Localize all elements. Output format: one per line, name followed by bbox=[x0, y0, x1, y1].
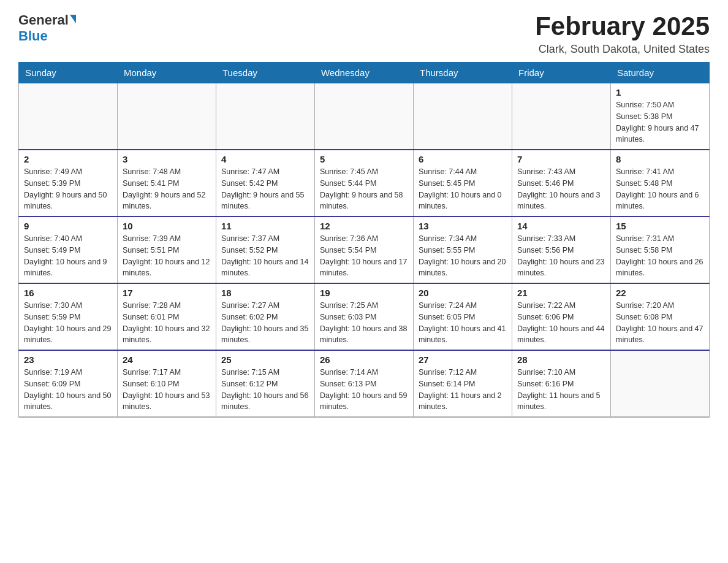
calendar-day-cell: 28Sunrise: 7:10 AMSunset: 6:16 PMDayligh… bbox=[512, 350, 611, 417]
day-number: 16 bbox=[24, 288, 112, 298]
calendar-day-cell: 14Sunrise: 7:33 AMSunset: 5:56 PMDayligh… bbox=[512, 216, 611, 283]
calendar-day-cell: 26Sunrise: 7:14 AMSunset: 6:13 PMDayligh… bbox=[315, 350, 414, 417]
calendar-day-cell: 3Sunrise: 7:48 AMSunset: 5:41 PMDaylight… bbox=[118, 150, 216, 216]
calendar-day-cell: 13Sunrise: 7:34 AMSunset: 5:55 PMDayligh… bbox=[414, 216, 512, 283]
calendar-header-monday: Monday bbox=[118, 63, 216, 83]
calendar-week-row: 1Sunrise: 7:50 AMSunset: 5:38 PMDaylight… bbox=[19, 83, 710, 150]
day-number: 4 bbox=[221, 154, 309, 164]
day-number: 20 bbox=[419, 288, 507, 298]
logo-blue-text: Blue bbox=[18, 28, 48, 44]
day-number: 10 bbox=[123, 221, 211, 231]
day-number: 11 bbox=[221, 221, 309, 231]
day-info: Sunrise: 7:45 AMSunset: 5:44 PMDaylight:… bbox=[320, 166, 408, 212]
calendar-day-cell bbox=[216, 83, 315, 150]
day-info: Sunrise: 7:43 AMSunset: 5:46 PMDaylight:… bbox=[517, 166, 605, 212]
day-info: Sunrise: 7:47 AMSunset: 5:42 PMDaylight:… bbox=[221, 166, 309, 212]
day-number: 26 bbox=[320, 354, 408, 365]
calendar-table: SundayMondayTuesdayWednesdayThursdayFrid… bbox=[18, 62, 710, 418]
calendar-day-cell bbox=[315, 83, 414, 150]
day-number: 25 bbox=[221, 354, 309, 365]
calendar-day-cell: 4Sunrise: 7:47 AMSunset: 5:42 PMDaylight… bbox=[216, 150, 315, 216]
day-number: 1 bbox=[616, 87, 704, 98]
calendar-week-row: 16Sunrise: 7:30 AMSunset: 5:59 PMDayligh… bbox=[19, 283, 710, 350]
day-info: Sunrise: 7:27 AMSunset: 6:02 PMDaylight:… bbox=[221, 300, 309, 346]
day-info: Sunrise: 7:28 AMSunset: 6:01 PMDaylight:… bbox=[123, 300, 211, 346]
title-block: February 2025 Clark, South Dakota, Unite… bbox=[535, 12, 710, 56]
day-info: Sunrise: 7:31 AMSunset: 5:58 PMDaylight:… bbox=[616, 233, 704, 279]
location-text: Clark, South Dakota, United States bbox=[535, 43, 710, 56]
calendar-day-cell: 19Sunrise: 7:25 AMSunset: 6:03 PMDayligh… bbox=[315, 283, 414, 350]
calendar-week-row: 23Sunrise: 7:19 AMSunset: 6:09 PMDayligh… bbox=[19, 350, 710, 417]
day-info: Sunrise: 7:30 AMSunset: 5:59 PMDaylight:… bbox=[24, 300, 112, 346]
logo-triangle-icon bbox=[70, 15, 76, 23]
calendar-week-row: 2Sunrise: 7:49 AMSunset: 5:39 PMDaylight… bbox=[19, 150, 710, 216]
day-info: Sunrise: 7:34 AMSunset: 5:55 PMDaylight:… bbox=[419, 233, 507, 279]
day-info: Sunrise: 7:40 AMSunset: 5:49 PMDaylight:… bbox=[24, 233, 112, 279]
day-info: Sunrise: 7:39 AMSunset: 5:51 PMDaylight:… bbox=[123, 233, 211, 279]
day-info: Sunrise: 7:14 AMSunset: 6:13 PMDaylight:… bbox=[320, 367, 408, 413]
calendar-week-row: 9Sunrise: 7:40 AMSunset: 5:49 PMDaylight… bbox=[19, 216, 710, 283]
day-number: 27 bbox=[419, 354, 507, 365]
day-number: 14 bbox=[517, 221, 605, 231]
calendar-day-cell: 25Sunrise: 7:15 AMSunset: 6:12 PMDayligh… bbox=[216, 350, 315, 417]
day-number: 28 bbox=[517, 354, 605, 365]
day-number: 21 bbox=[517, 288, 605, 298]
day-info: Sunrise: 7:12 AMSunset: 6:14 PMDaylight:… bbox=[419, 367, 507, 413]
calendar-day-cell bbox=[118, 83, 216, 150]
day-info: Sunrise: 7:37 AMSunset: 5:52 PMDaylight:… bbox=[221, 233, 309, 279]
day-info: Sunrise: 7:48 AMSunset: 5:41 PMDaylight:… bbox=[123, 166, 211, 212]
day-number: 9 bbox=[24, 221, 112, 231]
calendar-day-cell: 1Sunrise: 7:50 AMSunset: 5:38 PMDaylight… bbox=[611, 83, 710, 150]
day-info: Sunrise: 7:50 AMSunset: 5:38 PMDaylight:… bbox=[616, 99, 704, 145]
calendar-day-cell: 11Sunrise: 7:37 AMSunset: 5:52 PMDayligh… bbox=[216, 216, 315, 283]
day-info: Sunrise: 7:25 AMSunset: 6:03 PMDaylight:… bbox=[320, 300, 408, 346]
month-year-title: February 2025 bbox=[535, 12, 710, 40]
day-number: 24 bbox=[123, 354, 211, 365]
calendar-day-cell bbox=[414, 83, 512, 150]
calendar-day-cell: 7Sunrise: 7:43 AMSunset: 5:46 PMDaylight… bbox=[512, 150, 611, 216]
calendar-day-cell: 5Sunrise: 7:45 AMSunset: 5:44 PMDaylight… bbox=[315, 150, 414, 216]
calendar-day-cell: 27Sunrise: 7:12 AMSunset: 6:14 PMDayligh… bbox=[414, 350, 512, 417]
day-info: Sunrise: 7:17 AMSunset: 6:10 PMDaylight:… bbox=[123, 367, 211, 413]
day-info: Sunrise: 7:24 AMSunset: 6:05 PMDaylight:… bbox=[419, 300, 507, 346]
day-info: Sunrise: 7:41 AMSunset: 5:48 PMDaylight:… bbox=[616, 166, 704, 212]
day-number: 23 bbox=[24, 354, 112, 365]
day-info: Sunrise: 7:22 AMSunset: 6:06 PMDaylight:… bbox=[517, 300, 605, 346]
calendar-day-cell: 18Sunrise: 7:27 AMSunset: 6:02 PMDayligh… bbox=[216, 283, 315, 350]
calendar-day-cell: 6Sunrise: 7:44 AMSunset: 5:45 PMDaylight… bbox=[414, 150, 512, 216]
day-number: 15 bbox=[616, 221, 704, 231]
day-info: Sunrise: 7:49 AMSunset: 5:39 PMDaylight:… bbox=[24, 166, 112, 212]
day-info: Sunrise: 7:44 AMSunset: 5:45 PMDaylight:… bbox=[419, 166, 507, 212]
day-number: 8 bbox=[616, 154, 704, 164]
logo: General Blue bbox=[18, 12, 76, 44]
calendar-day-cell: 17Sunrise: 7:28 AMSunset: 6:01 PMDayligh… bbox=[118, 283, 216, 350]
calendar-day-cell: 16Sunrise: 7:30 AMSunset: 5:59 PMDayligh… bbox=[19, 283, 118, 350]
calendar-day-cell bbox=[512, 83, 611, 150]
day-number: 3 bbox=[123, 154, 211, 164]
calendar-header-sunday: Sunday bbox=[19, 63, 118, 83]
day-number: 6 bbox=[419, 154, 507, 164]
calendar-header-saturday: Saturday bbox=[611, 63, 710, 83]
day-info: Sunrise: 7:15 AMSunset: 6:12 PMDaylight:… bbox=[221, 367, 309, 413]
day-number: 13 bbox=[419, 221, 507, 231]
calendar-header-row: SundayMondayTuesdayWednesdayThursdayFrid… bbox=[19, 63, 710, 83]
calendar-day-cell bbox=[19, 83, 118, 150]
calendar-day-cell: 22Sunrise: 7:20 AMSunset: 6:08 PMDayligh… bbox=[611, 283, 710, 350]
day-number: 22 bbox=[616, 288, 704, 298]
calendar-day-cell: 24Sunrise: 7:17 AMSunset: 6:10 PMDayligh… bbox=[118, 350, 216, 417]
day-info: Sunrise: 7:33 AMSunset: 5:56 PMDaylight:… bbox=[517, 233, 605, 279]
calendar-header-wednesday: Wednesday bbox=[315, 63, 414, 83]
day-info: Sunrise: 7:20 AMSunset: 6:08 PMDaylight:… bbox=[616, 300, 704, 346]
calendar-day-cell: 10Sunrise: 7:39 AMSunset: 5:51 PMDayligh… bbox=[118, 216, 216, 283]
calendar-day-cell: 15Sunrise: 7:31 AMSunset: 5:58 PMDayligh… bbox=[611, 216, 710, 283]
day-number: 18 bbox=[221, 288, 309, 298]
calendar-day-cell: 9Sunrise: 7:40 AMSunset: 5:49 PMDaylight… bbox=[19, 216, 118, 283]
calendar-day-cell: 12Sunrise: 7:36 AMSunset: 5:54 PMDayligh… bbox=[315, 216, 414, 283]
calendar-day-cell: 20Sunrise: 7:24 AMSunset: 6:05 PMDayligh… bbox=[414, 283, 512, 350]
day-number: 5 bbox=[320, 154, 408, 164]
day-info: Sunrise: 7:36 AMSunset: 5:54 PMDaylight:… bbox=[320, 233, 408, 279]
calendar-day-cell: 23Sunrise: 7:19 AMSunset: 6:09 PMDayligh… bbox=[19, 350, 118, 417]
day-number: 17 bbox=[123, 288, 211, 298]
calendar-day-cell: 2Sunrise: 7:49 AMSunset: 5:39 PMDaylight… bbox=[19, 150, 118, 216]
day-info: Sunrise: 7:10 AMSunset: 6:16 PMDaylight:… bbox=[517, 367, 605, 413]
